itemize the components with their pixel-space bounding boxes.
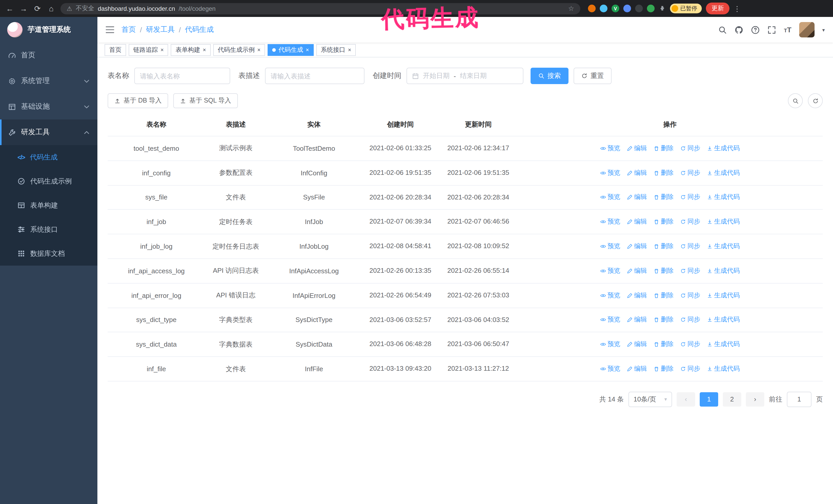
browser-menu-icon[interactable]: ⋮	[734, 4, 741, 13]
edit-link[interactable]: 编辑	[627, 168, 647, 177]
delete-link[interactable]: 删除	[653, 193, 673, 202]
preview-link[interactable]: 预览	[600, 316, 620, 324]
preview-link[interactable]: 预览	[600, 144, 620, 153]
forward-icon[interactable]: →	[19, 4, 28, 13]
sidebar-item-system[interactable]: 系统管理	[0, 68, 97, 94]
paused-badge[interactable]: 已暂停	[670, 4, 702, 13]
goto-page-input[interactable]	[787, 392, 811, 407]
preview-link[interactable]: 预览	[600, 340, 620, 349]
breadcrumb-devtools[interactable]: 研发工具	[146, 25, 175, 34]
fullscreen-icon[interactable]	[768, 25, 776, 34]
tab-codegen-example[interactable]: 代码生成示例 ×	[213, 44, 265, 56]
extension-icon[interactable]	[600, 5, 608, 12]
next-page-button[interactable]: ›	[746, 392, 764, 407]
home-icon[interactable]: ⌂	[47, 4, 56, 13]
edit-link[interactable]: 编辑	[627, 218, 647, 226]
generate-code-link[interactable]: 生成代码	[707, 340, 740, 349]
table-name-input[interactable]	[134, 68, 230, 84]
sync-link[interactable]: 同步	[680, 168, 700, 177]
sync-link[interactable]: 同步	[680, 218, 700, 226]
tab-close-icon[interactable]: ×	[161, 47, 164, 52]
generate-code-link[interactable]: 生成代码	[707, 267, 740, 275]
delete-link[interactable]: 删除	[653, 242, 673, 251]
breadcrumb-home[interactable]: 首页	[121, 25, 136, 34]
preview-link[interactable]: 预览	[600, 193, 620, 202]
table-desc-input[interactable]	[265, 68, 364, 84]
delete-link[interactable]: 删除	[653, 316, 673, 324]
sync-link[interactable]: 同步	[680, 267, 700, 275]
sync-link[interactable]: 同步	[680, 193, 700, 202]
sidebar-item-form-builder[interactable]: 表单构建	[0, 193, 97, 217]
sidebar-item-infra[interactable]: 基础设施	[0, 94, 97, 119]
edit-link[interactable]: 编辑	[627, 316, 647, 324]
extension-icon[interactable]	[647, 5, 654, 12]
tab-close-icon[interactable]: ×	[203, 47, 206, 52]
back-icon[interactable]: ←	[5, 4, 14, 13]
date-start-placeholder[interactable]: 开始日期	[423, 71, 450, 80]
delete-link[interactable]: 删除	[653, 364, 673, 373]
app-logo[interactable]: 芋道管理系统	[0, 17, 97, 43]
github-icon[interactable]	[735, 25, 743, 34]
user-caret-icon[interactable]: ▾	[822, 27, 825, 32]
generate-code-link[interactable]: 生成代码	[707, 144, 740, 153]
sync-link[interactable]: 同步	[680, 364, 700, 373]
preview-link[interactable]: 预览	[600, 267, 620, 275]
page-button-1[interactable]: 1	[700, 392, 718, 407]
generate-code-link[interactable]: 生成代码	[707, 291, 740, 300]
edit-link[interactable]: 编辑	[627, 364, 647, 373]
sync-link[interactable]: 同步	[680, 340, 700, 349]
tab-close-icon[interactable]: ×	[257, 47, 261, 52]
edit-link[interactable]: 编辑	[627, 291, 647, 300]
refresh-table-button[interactable]	[808, 93, 823, 108]
tab-system-api[interactable]: 系统接口 ×	[316, 44, 356, 56]
date-end-placeholder[interactable]: 结束日期	[460, 71, 487, 80]
bookmark-star-icon[interactable]: ☆	[568, 5, 574, 12]
sidebar-item-codegen-example[interactable]: 代码生成示例	[0, 169, 97, 193]
date-range-picker[interactable]: 开始日期 - 结束日期	[406, 68, 523, 84]
generate-code-link[interactable]: 生成代码	[707, 316, 740, 324]
page-size-select[interactable]: 10条/页 ▾	[628, 392, 672, 407]
sidebar-item-db-doc[interactable]: 数据库文档	[0, 241, 97, 266]
sync-link[interactable]: 同步	[680, 144, 700, 153]
extensions-puzzle-icon[interactable]	[659, 5, 666, 12]
sidebar-item-home[interactable]: 首页	[0, 43, 97, 68]
tab-close-icon[interactable]: ×	[306, 47, 309, 52]
help-icon[interactable]	[751, 25, 760, 34]
generate-code-link[interactable]: 生成代码	[707, 242, 740, 251]
generate-code-link[interactable]: 生成代码	[707, 168, 740, 177]
delete-link[interactable]: 删除	[653, 267, 673, 275]
browser-update-button[interactable]: 更新	[706, 3, 730, 14]
generate-code-link[interactable]: 生成代码	[707, 193, 740, 202]
reset-button[interactable]: 重置	[574, 68, 612, 84]
reload-icon[interactable]: ⟳	[33, 4, 42, 13]
preview-link[interactable]: 预览	[600, 291, 620, 300]
sidebar-item-system-api[interactable]: 系统接口	[0, 217, 97, 241]
edit-link[interactable]: 编辑	[627, 193, 647, 202]
preview-link[interactable]: 预览	[600, 364, 620, 373]
tab-form-builder[interactable]: 表单构建 ×	[171, 44, 211, 56]
tab-home[interactable]: 首页	[104, 44, 126, 56]
sync-link[interactable]: 同步	[680, 316, 700, 324]
delete-link[interactable]: 删除	[653, 168, 673, 177]
preview-link[interactable]: 预览	[600, 242, 620, 251]
edit-link[interactable]: 编辑	[627, 340, 647, 349]
hamburger-icon[interactable]	[105, 26, 114, 33]
prev-page-button[interactable]: ‹	[677, 392, 695, 407]
extension-icon[interactable]	[588, 5, 596, 12]
sidebar-item-devtools[interactable]: 研发工具	[0, 119, 97, 145]
delete-link[interactable]: 删除	[653, 340, 673, 349]
edit-link[interactable]: 编辑	[627, 267, 647, 275]
delete-link[interactable]: 删除	[653, 218, 673, 226]
extension-icon[interactable]: V	[612, 5, 619, 12]
search-icon[interactable]	[718, 25, 727, 34]
address-bar[interactable]: ⚠ 不安全 dashboard.yudao.iocoder.cn/tool/co…	[61, 3, 580, 14]
edit-link[interactable]: 编辑	[627, 144, 647, 153]
extension-icon[interactable]	[623, 5, 631, 12]
extension-icon[interactable]	[635, 5, 643, 12]
toggle-search-button[interactable]	[788, 93, 803, 108]
generate-code-link[interactable]: 生成代码	[707, 364, 740, 373]
preview-link[interactable]: 预览	[600, 218, 620, 226]
import-db-button[interactable]: 基于 DB 导入	[108, 93, 168, 108]
search-button[interactable]: 搜索	[530, 68, 569, 84]
generate-code-link[interactable]: 生成代码	[707, 218, 740, 226]
